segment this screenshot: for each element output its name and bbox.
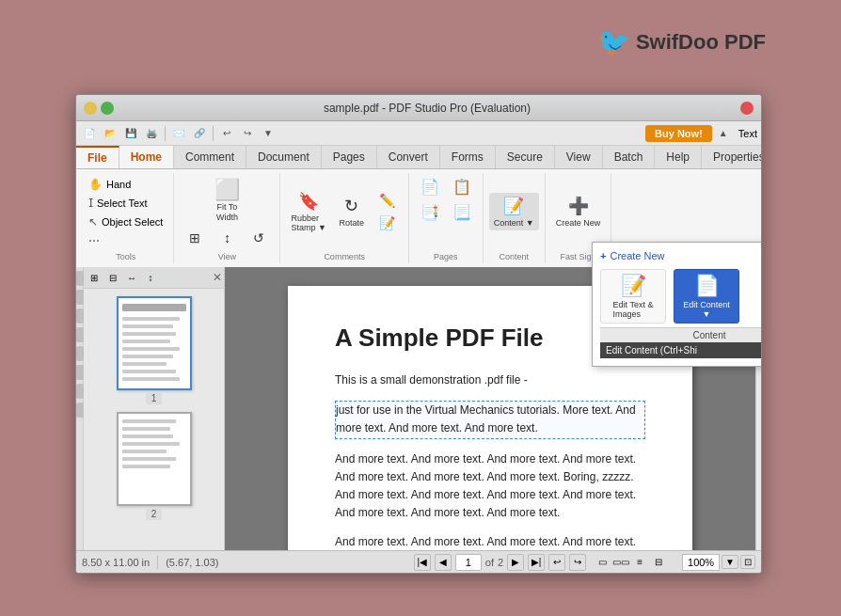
comment-btn1[interactable]: ✏️: [373, 190, 403, 211]
content-items: 📝 Content ▼: [489, 175, 539, 261]
single-page-button[interactable]: ▭: [594, 554, 611, 571]
redo-button[interactable]: ↪: [238, 124, 257, 143]
thumb-btn4[interactable]: ↕: [142, 269, 159, 286]
rotate-button[interactable]: ↻ Rotate: [333, 193, 371, 230]
rubber-stamp-label: RubberStamp ▼: [291, 213, 325, 232]
layout-icons: ▭ ▭▭ ≡ ⊟: [594, 554, 667, 571]
next-page-button[interactable]: ▶: [507, 554, 524, 571]
page-btn1[interactable]: 📄: [415, 175, 445, 198]
thumb2-line1: [122, 419, 177, 423]
object-select-tool[interactable]: ↖ Object Select: [84, 213, 167, 231]
window-title: sample.pdf - PDF Studio Pro (Evaluation): [114, 102, 740, 115]
content-icon: 📝: [503, 196, 524, 216]
pdf-para-2-selected: just for use in the Virtual Mechanics tu…: [335, 401, 645, 438]
buy-now-button[interactable]: Buy Now!: [645, 125, 712, 142]
left-panel-btn3[interactable]: [76, 308, 84, 324]
tab-home[interactable]: Home: [119, 146, 174, 168]
page-btn4[interactable]: 📃: [447, 200, 477, 224]
separator: [165, 126, 166, 141]
first-page-button[interactable]: |◀: [414, 554, 431, 571]
left-panel-btn5[interactable]: [76, 346, 84, 361]
fit-to-width-button[interactable]: ⬜ Fit ToWidth: [208, 175, 246, 226]
dropdown-arrow[interactable]: ▼: [259, 124, 278, 143]
tab-forms[interactable]: Forms: [440, 146, 496, 168]
ribbon-tabs: File Home Comment Document Pages Convert…: [76, 146, 761, 169]
new-button[interactable]: 📄: [80, 124, 99, 143]
create-new-inner-button[interactable]: + Create New: [600, 250, 665, 261]
scroll2-button[interactable]: ⊟: [650, 554, 667, 571]
rubber-stamp-button[interactable]: 🔖 RubberStamp ▼: [286, 188, 330, 235]
tab-comment[interactable]: Comment: [174, 146, 246, 168]
page-navigation: |◀ ◀ of 2 ▶ ▶| ↩ ↪: [414, 554, 586, 571]
page-btn2[interactable]: 📋: [447, 175, 477, 198]
left-panel-btn4[interactable]: [76, 327, 84, 342]
select-text-tool[interactable]: 𝖨 Select Text: [84, 194, 167, 213]
more-tools[interactable]: ⋯: [84, 231, 167, 250]
hand-tool[interactable]: ✋ Hand: [84, 175, 167, 194]
left-panel-btn8[interactable]: [76, 403, 84, 418]
thumb-btn1[interactable]: ⊞: [86, 269, 103, 286]
save-button[interactable]: 💾: [121, 124, 140, 143]
open-button[interactable]: 📂: [101, 124, 119, 143]
thumb-btn3[interactable]: ↔: [123, 269, 140, 286]
next-view-button[interactable]: ↪: [569, 554, 586, 571]
view-btn3[interactable]: ↺: [244, 228, 274, 248]
tab-pages[interactable]: Pages: [322, 146, 377, 168]
tab-document[interactable]: Document: [246, 146, 322, 168]
comment-btn2[interactable]: 📝: [373, 213, 403, 233]
thumb-line3: [122, 332, 177, 336]
left-panel-btn2[interactable]: [76, 290, 84, 305]
prev-view-button[interactable]: ↩: [548, 554, 565, 571]
two-page-button[interactable]: ▭▭: [612, 554, 629, 571]
view-btn2[interactable]: ↕: [212, 228, 242, 248]
email-button[interactable]: ✉️: [169, 124, 188, 143]
thumbnail-page-2[interactable]: 2: [117, 412, 192, 520]
main-window: sample.pdf - PDF Studio Pro (Evaluation)…: [75, 94, 762, 574]
share-button[interactable]: 🔗: [190, 124, 209, 143]
edit-text-images-button[interactable]: 📝 Edit Text &Images: [600, 269, 666, 324]
last-page-button[interactable]: ▶|: [528, 554, 545, 571]
fit-page-button[interactable]: ⊡: [740, 555, 755, 569]
minimize-button[interactable]: [84, 102, 97, 115]
zoom-dropdown-button[interactable]: ▼: [722, 555, 738, 569]
separator2: [213, 126, 214, 141]
prev-page-button[interactable]: ◀: [435, 554, 452, 571]
thumb-btn2[interactable]: ⊟: [104, 269, 121, 286]
maximize-button[interactable]: [101, 102, 114, 115]
page-btn3[interactable]: 📑: [415, 200, 445, 224]
tab-help[interactable]: Help: [655, 146, 702, 168]
tab-properties[interactable]: Properties: [702, 146, 762, 168]
create-new-button[interactable]: ➕ Create New: [551, 193, 606, 230]
thumb2-line5: [122, 450, 167, 453]
tab-convert[interactable]: Convert: [377, 146, 440, 168]
current-page-input[interactable]: [455, 554, 482, 571]
edit-content-icon: 📄: [694, 274, 720, 298]
pages-group: 📄 📋 📑 📃 Pages: [409, 173, 484, 263]
left-panel-btn7[interactable]: [76, 384, 84, 399]
left-panel-btn6[interactable]: [76, 365, 84, 380]
undo-button[interactable]: ↩: [217, 124, 236, 143]
left-panel-btn1[interactable]: [76, 271, 84, 286]
tab-view[interactable]: View: [555, 146, 603, 168]
rotate-icon: ↻: [344, 196, 358, 216]
thumbnail-page-1[interactable]: 1: [117, 296, 192, 404]
thumb-line9: [122, 377, 180, 381]
comments-group: 🔖 RubberStamp ▼ ↻ Rotate ✏️ 📝 Comments: [280, 173, 408, 263]
tab-secure[interactable]: Secure: [496, 146, 555, 168]
content-dropdown-header: + Create New: [600, 250, 762, 261]
print-button[interactable]: 🖨️: [142, 124, 161, 143]
view-btn1[interactable]: ⊞: [180, 228, 210, 248]
quick-access-bar: 📄 📂 💾 🖨️ ✉️ 🔗 ↩ ↪ ▼ Buy Now! ▲ Text: [76, 121, 761, 146]
tab-file[interactable]: File: [76, 146, 119, 168]
status-bar: 8.50 x 11.00 in (5.67, 1.03) |◀ ◀ of 2 ▶…: [76, 550, 761, 573]
content-section-label: Content: [600, 327, 762, 342]
edit-content-tooltip: Edit Content (Ctrl+Shi: [600, 342, 762, 358]
content-button[interactable]: 📝 Content ▼: [489, 193, 539, 230]
scroll-button[interactable]: ≡: [631, 554, 648, 571]
help-arrow-up[interactable]: ▲: [714, 124, 733, 143]
close-button[interactable]: [740, 102, 754, 115]
zoom-input[interactable]: [682, 554, 720, 571]
edit-content-button[interactable]: 📄 Edit Content ▼: [674, 269, 739, 324]
thumb-close-button[interactable]: ✕: [213, 271, 222, 284]
tab-batch[interactable]: Batch: [603, 146, 656, 168]
